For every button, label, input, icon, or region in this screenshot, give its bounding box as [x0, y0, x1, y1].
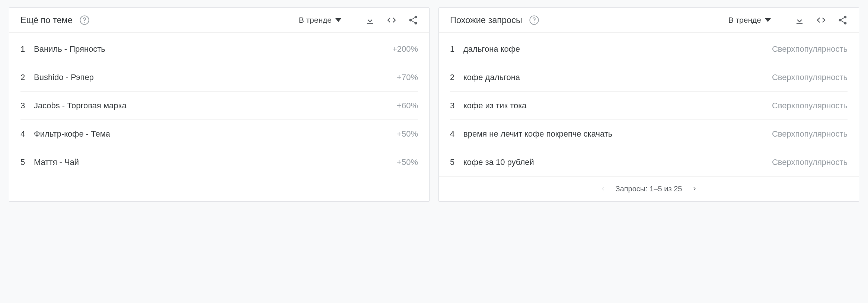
item-rank: 1 [450, 44, 463, 54]
item-value: +200% [392, 44, 418, 54]
sort-selector[interactable]: В тренде [299, 16, 341, 25]
sort-selector[interactable]: В тренде [728, 16, 771, 25]
panel-header: Ещё по теме В тренде [9, 8, 429, 33]
queries-list: 1 дальгона кофе Сверхпопулярность 2 кофе… [439, 33, 859, 176]
item-rank: 4 [450, 129, 463, 139]
list-item[interactable]: 4 время не лечит кофе покрепче скачать С… [450, 120, 848, 148]
chevron-left-icon [600, 185, 606, 192]
share-icon[interactable] [837, 15, 848, 26]
svg-point-3 [534, 22, 534, 23]
item-rank: 2 [20, 73, 34, 82]
related-queries-panel: Похожие запросы В тренде 1 дальгона кофе… [438, 7, 859, 202]
topics-list: 1 Ваниль - Пряность +200% 2 Bushido - Рэ… [9, 33, 429, 176]
item-value: Сверхпопулярность [772, 44, 848, 54]
share-icon[interactable] [408, 15, 419, 26]
panel-header: Похожие запросы В тренде [439, 8, 859, 33]
list-item[interactable]: 3 кофе из тик тока Сверхпопулярность [450, 92, 848, 120]
item-rank: 5 [450, 157, 463, 167]
download-icon[interactable] [364, 15, 376, 26]
chevron-down-icon [335, 18, 341, 22]
item-label: Jacobs - Торговая марка [34, 101, 397, 111]
item-label: Ваниль - Пряность [34, 44, 392, 54]
item-label: Bushido - Рэпер [34, 73, 397, 82]
item-rank: 5 [20, 157, 34, 167]
item-value: +60% [397, 101, 418, 111]
prev-page-button[interactable] [598, 184, 608, 194]
list-item[interactable]: 2 Bushido - Рэпер +70% [20, 63, 418, 92]
chevron-right-icon [691, 185, 698, 192]
item-value: +70% [397, 73, 418, 82]
list-item[interactable]: 3 Jacobs - Торговая марка +60% [20, 92, 418, 120]
list-item[interactable]: 5 Маття - Чай +50% [20, 148, 418, 176]
item-rank: 1 [20, 44, 34, 54]
sort-label: В тренде [728, 16, 761, 25]
item-value: +50% [397, 157, 418, 167]
item-rank: 4 [20, 129, 34, 139]
item-label: кофе за 10 рублей [463, 157, 772, 167]
item-label: Фильтр-кофе - Тема [34, 129, 397, 139]
help-icon[interactable] [79, 15, 90, 25]
list-item[interactable]: 5 кофе за 10 рублей Сверхпопулярность [450, 148, 848, 176]
panel-title: Ещё по теме [20, 15, 73, 25]
item-value: Сверхпопулярность [772, 101, 848, 111]
item-label: кофе из тик тока [463, 101, 772, 111]
item-label: время не лечит кофе покрепче скачать [463, 129, 772, 139]
next-page-button[interactable] [689, 184, 700, 194]
list-item[interactable]: 1 дальгона кофе Сверхпопулярность [450, 35, 848, 63]
pagination: Запросы: 1–5 из 25 [439, 176, 859, 201]
chevron-down-icon [765, 18, 771, 22]
embed-icon[interactable] [386, 15, 397, 26]
sort-label: В тренде [299, 16, 332, 25]
item-label: Маття - Чай [34, 157, 397, 167]
embed-icon[interactable] [816, 15, 827, 26]
list-item[interactable]: 1 Ваниль - Пряность +200% [20, 35, 418, 63]
list-item[interactable]: 4 Фильтр-кофе - Тема +50% [20, 120, 418, 148]
item-rank: 3 [450, 101, 463, 111]
svg-point-1 [84, 22, 85, 23]
related-topics-panel: Ещё по теме В тренде 1 Ваниль - Пряность… [9, 7, 430, 202]
download-icon[interactable] [794, 15, 805, 26]
item-rank: 2 [450, 73, 463, 82]
help-icon[interactable] [529, 15, 539, 25]
item-label: кофе дальгона [463, 73, 772, 82]
item-value: Сверхпопулярность [772, 73, 848, 82]
item-value: Сверхпопулярность [772, 157, 848, 167]
pagination-label: Запросы: 1–5 из 25 [616, 185, 682, 193]
list-item[interactable]: 2 кофе дальгона Сверхпопулярность [450, 63, 848, 92]
item-value: Сверхпопулярность [772, 129, 848, 139]
item-label: дальгона кофе [463, 44, 772, 54]
item-rank: 3 [20, 101, 34, 111]
panel-title: Похожие запросы [450, 15, 522, 25]
item-value: +50% [397, 129, 418, 139]
